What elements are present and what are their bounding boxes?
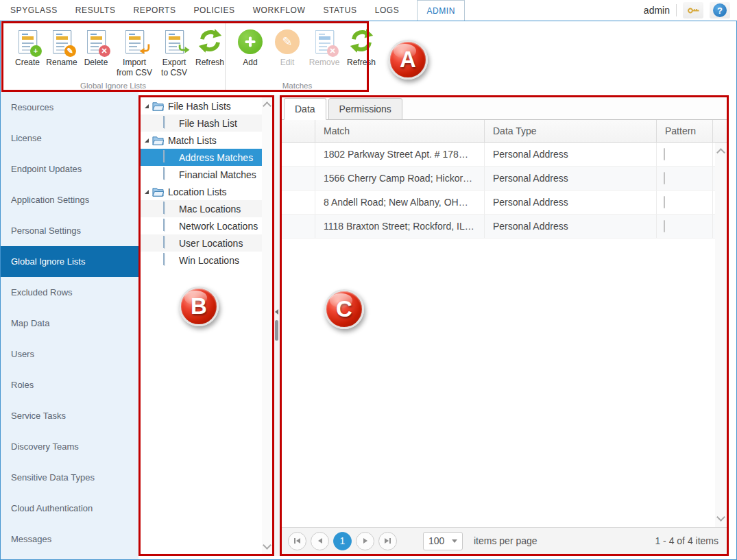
- scroll-up-icon[interactable]: [716, 148, 725, 157]
- sidebar-item-roles[interactable]: Roles: [1, 369, 138, 400]
- page-size-value: 100: [428, 535, 444, 546]
- add-match-button[interactable]: Add: [235, 27, 265, 68]
- next-page-button[interactable]: [356, 532, 374, 550]
- pattern-checkbox[interactable]: [664, 220, 665, 232]
- sidebar-item-excluded-rows[interactable]: Excluded Rows: [1, 277, 138, 308]
- nav-tab-admin[interactable]: ADMIN: [417, 0, 465, 21]
- help-button[interactable]: ?: [710, 2, 730, 19]
- delete-button[interactable]: ✕ Delete: [81, 27, 111, 68]
- list-create-icon: +: [19, 30, 37, 53]
- refresh-matches-label: Refresh: [347, 58, 376, 68]
- tree-folder-file-hash-lists[interactable]: File Hash Lists: [141, 97, 262, 114]
- collapse-caret-icon[interactable]: [145, 104, 149, 108]
- scroll-down-icon[interactable]: [716, 513, 725, 522]
- splitter-collapse-icon[interactable]: [275, 309, 278, 315]
- refresh-icon: [349, 28, 374, 56]
- previous-page-button[interactable]: [311, 532, 329, 550]
- sidebar-item-application-settings[interactable]: Application Settings: [1, 184, 138, 215]
- tree-item-address-matches[interactable]: Address Matches: [141, 149, 262, 166]
- refresh-icon: [197, 28, 223, 56]
- collapse-caret-icon[interactable]: [145, 190, 149, 194]
- grid-header: Match Data Type Pattern: [282, 120, 727, 143]
- sidebar-item-personal-settings[interactable]: Personal Settings: [1, 215, 138, 246]
- page-size-select[interactable]: 100: [423, 532, 463, 550]
- data-type-cell: Personal Address: [485, 167, 657, 190]
- column-header-data-type[interactable]: Data Type: [485, 120, 657, 142]
- pattern-cell: [657, 215, 713, 238]
- tree-item-network-locations[interactable]: Network Locations: [141, 217, 262, 234]
- tree-item-label: Network Locations: [179, 221, 258, 232]
- sidebar-item-messages[interactable]: Messages: [1, 524, 138, 555]
- change-password-button[interactable]: [683, 2, 703, 19]
- scroll-down-icon[interactable]: [263, 541, 271, 550]
- tree-scrollbar[interactable]: [262, 97, 272, 554]
- nav-tab-spyglass[interactable]: SPYGLASS: [10, 5, 58, 15]
- splitter-grip[interactable]: [275, 320, 278, 341]
- edit-match-button[interactable]: ✎ Edit: [272, 27, 302, 68]
- nav-tab-status[interactable]: STATUS: [323, 5, 357, 15]
- items-per-page-label: items per page: [474, 535, 537, 546]
- sidebar-item-discovery-teams[interactable]: Discovery Teams: [1, 431, 138, 462]
- current-page-button[interactable]: 1: [333, 532, 352, 550]
- tree-item-file-hash-list[interactable]: File Hash List: [141, 114, 262, 132]
- grid-scrollbar[interactable]: [715, 143, 727, 527]
- nav-tab-reports[interactable]: REPORTS: [134, 5, 176, 15]
- nav-tab-workflow[interactable]: WORKFLOW: [253, 5, 306, 15]
- refresh-lists-button[interactable]: Refresh: [195, 27, 225, 68]
- table-row[interactable]: 1118 Braxton Street; Rockford, IL… Perso…: [282, 215, 727, 239]
- refresh-matches-button[interactable]: Refresh: [346, 27, 376, 68]
- table-row[interactable]: 1802 Parkway Street Apt. # 178… Personal…: [282, 143, 727, 167]
- table-row[interactable]: 8 Andell Road; New Albany, OH… Personal …: [282, 191, 727, 215]
- scroll-up-icon[interactable]: [263, 101, 271, 110]
- table-row[interactable]: 1566 Cherry Camp Road; Hickor… Personal …: [282, 167, 727, 191]
- tree-folder-label: Match Lists: [168, 135, 217, 146]
- collapse-caret-icon[interactable]: [145, 138, 149, 143]
- tab-data[interactable]: Data: [284, 98, 326, 120]
- nav-tab-results[interactable]: RESULTS: [75, 5, 116, 15]
- remove-match-button[interactable]: ✕ Remove: [309, 27, 339, 68]
- folder-icon: [152, 136, 164, 145]
- panel-splitter[interactable]: [274, 95, 280, 556]
- nav-tab-policies[interactable]: POLICIES: [194, 5, 235, 15]
- pattern-checkbox[interactable]: [664, 172, 665, 184]
- tree-item-user-locations[interactable]: User Locations: [141, 234, 262, 252]
- sidebar-item-users[interactable]: Users: [1, 339, 138, 369]
- sidebar-item-map-data[interactable]: Map Data: [1, 308, 138, 339]
- import-from-csv-button[interactable]: Import from CSV: [115, 27, 154, 78]
- ribbon-toolbar: + Create ✎ Rename ✕ Delete Import from C…: [1, 21, 736, 92]
- sidebar-item-endpoint-updates[interactable]: Endpoint Updates: [1, 154, 138, 184]
- sidebar-item-global-ignore-lists[interactable]: Global Ignore Lists: [1, 246, 138, 277]
- rename-button[interactable]: ✎ Rename: [47, 27, 77, 68]
- sidebar-item-resources[interactable]: Resources: [1, 92, 138, 123]
- create-button[interactable]: + Create: [12, 27, 43, 68]
- last-page-button[interactable]: [378, 532, 397, 550]
- tree-folder-match-lists[interactable]: Match Lists: [141, 132, 262, 149]
- tree-item-win-locations[interactable]: Win Locations: [141, 252, 262, 269]
- first-page-button[interactable]: [288, 532, 306, 550]
- column-header-scroll-spacer: [713, 120, 727, 142]
- tree-folder-location-lists[interactable]: Location Lists: [141, 183, 262, 200]
- x-icon: ✕: [327, 45, 339, 57]
- sidebar-item-service-tasks[interactable]: Service Tasks: [1, 400, 138, 431]
- pattern-checkbox[interactable]: [664, 196, 665, 208]
- tree-item-financial-matches[interactable]: Financial Matches: [141, 166, 262, 183]
- column-header-match[interactable]: Match: [315, 120, 485, 142]
- sidebar-item-sensitive-data-types[interactable]: Sensitive Data Types: [1, 462, 138, 493]
- nav-tab-logs[interactable]: LOGS: [375, 5, 400, 15]
- tab-permissions[interactable]: Permissions: [328, 98, 402, 120]
- data-type-cell: Personal Address: [485, 143, 657, 166]
- grid-body: 1802 Parkway Street Apt. # 178… Personal…: [282, 143, 727, 527]
- export-arrow-icon: [178, 43, 190, 58]
- column-header-pattern[interactable]: Pattern: [657, 120, 713, 142]
- pattern-checkbox[interactable]: [664, 148, 665, 160]
- pattern-cell: [657, 143, 713, 166]
- export-to-csv-button[interactable]: Export to CSV: [158, 27, 191, 78]
- nav-tab-strip: SPYGLASS RESULTS REPORTS POLICIES WORKFL…: [0, 0, 465, 21]
- import-arrow-icon: [138, 43, 150, 58]
- data-type-cell: Personal Address: [485, 191, 657, 214]
- tree-item-mac-locations[interactable]: Mac Locations: [141, 200, 262, 217]
- sidebar-item-license[interactable]: License: [1, 123, 138, 154]
- create-label: Create: [15, 58, 40, 68]
- list-icon: [163, 117, 175, 130]
- sidebar-item-cloud-authentication[interactable]: Cloud Authentication: [1, 493, 138, 524]
